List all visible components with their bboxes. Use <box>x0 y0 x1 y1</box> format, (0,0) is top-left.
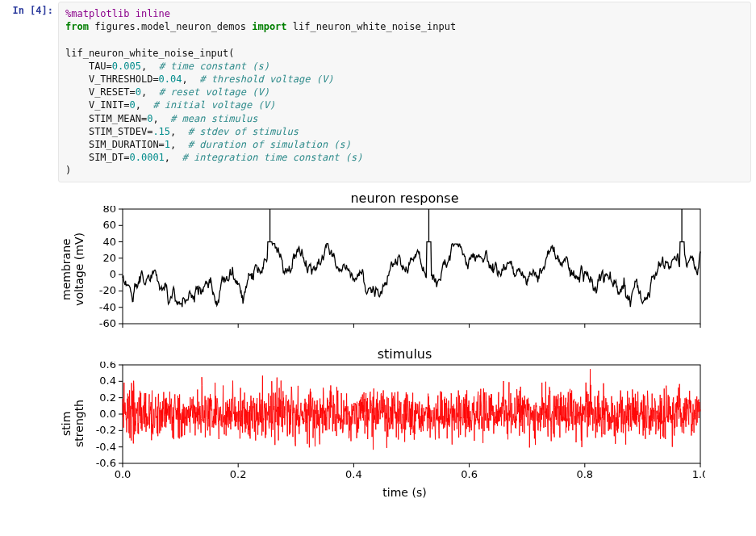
xlabel-bot: time (s) <box>58 486 751 499</box>
svg-text:60: 60 <box>102 220 116 232</box>
arg-vres-k: V_RESET= <box>89 86 136 98</box>
arg-sdt-v: 0.0001 <box>129 152 164 163</box>
arg-sdur-v: 1 <box>165 139 170 150</box>
svg-text:0.4: 0.4 <box>99 375 116 387</box>
arg-vini-v: 0 <box>129 99 135 111</box>
svg-text:0.4: 0.4 <box>345 468 362 480</box>
arg-sdt-c: # integration time constant (s) <box>182 152 363 163</box>
code-magic: %matplotlib inline <box>65 8 170 19</box>
chart-neuron-response: neuron response membranevoltage (mV) -60… <box>58 191 751 332</box>
code-module: figures.model_neuron_demos <box>94 21 246 32</box>
arg-vini-c: # initial voltage (V) <box>152 99 275 111</box>
svg-text:40: 40 <box>102 236 116 248</box>
svg-text:20: 20 <box>102 252 116 264</box>
chart-stimulus: stimulus stimstrength -0.6-0.4-0.20.00.2… <box>58 346 751 499</box>
arg-sstd-k: STIM_STDEV= <box>89 126 152 137</box>
axes-bot: -0.6-0.4-0.20.00.20.40.60.00.20.40.60.81… <box>76 362 705 484</box>
chart-title-bot: stimulus <box>58 346 751 362</box>
arg-sstd-v: .15 <box>152 126 170 137</box>
arg-vthr-k: V_THRESHOLD= <box>89 73 159 85</box>
chart-title-top: neuron response <box>58 191 751 206</box>
svg-text:0.0: 0.0 <box>99 408 116 420</box>
arg-sdur-k: SIM_DURATION= <box>89 139 165 150</box>
svg-text:0.2: 0.2 <box>230 468 247 480</box>
arg-tau-c: # time constant (s) <box>159 61 269 72</box>
code-cell: In [4]: %matplotlib inline from figures.… <box>0 0 756 182</box>
svg-text:-20: -20 <box>99 285 116 297</box>
kw-import: import <box>252 21 286 32</box>
output-area: neuron response membranevoltage (mV) -60… <box>0 191 756 499</box>
svg-rect-0 <box>123 209 700 324</box>
code-fn-import: lif_neuron_white_noise_input <box>293 21 456 32</box>
svg-text:0.8: 0.8 <box>576 468 593 480</box>
svg-text:0.6: 0.6 <box>99 362 116 371</box>
kw-from: from <box>65 21 89 32</box>
arg-smean-v: 0 <box>147 113 152 124</box>
arg-vthr-v: 0.04 <box>159 73 182 85</box>
svg-text:-0.2: -0.2 <box>96 425 116 437</box>
arg-tau-v: 0.005 <box>112 61 141 72</box>
arg-sdur-c: # duration of simulation (s) <box>188 139 351 150</box>
ylabel-bot: stimstrength <box>58 400 76 447</box>
svg-text:0.6: 0.6 <box>461 468 478 480</box>
axes-top: -60-40-20020406080 <box>76 206 705 332</box>
code-fn-call: lif_neuron_white_noise_input( <box>65 48 235 59</box>
svg-text:-0.4: -0.4 <box>96 441 116 453</box>
svg-text:0.0: 0.0 <box>115 468 132 480</box>
arg-sdt-k: SIM_DT= <box>89 152 130 163</box>
svg-text:0: 0 <box>110 269 116 281</box>
arg-sstd-c: # stdev of stimulus <box>188 126 299 137</box>
arg-smean-c: # mean stimulus <box>170 113 257 124</box>
svg-text:-60: -60 <box>99 317 116 329</box>
svg-text:-40: -40 <box>99 301 116 313</box>
arg-vthr-c: # threshold voltage (V) <box>199 73 333 85</box>
arg-vres-c: # reset voltage (V) <box>159 86 269 98</box>
prompt-label: In [4]: <box>12 5 53 16</box>
ylabel-top: membranevoltage (mV) <box>58 232 76 306</box>
code-close: ) <box>65 165 71 176</box>
cell-prompt: In [4]: <box>0 2 58 16</box>
arg-vini-k: V_INIT= <box>89 99 130 111</box>
svg-text:80: 80 <box>102 206 116 215</box>
svg-text:-0.6: -0.6 <box>96 457 116 469</box>
arg-tau-k: TAU= <box>89 61 112 72</box>
arg-smean-k: STIM_MEAN= <box>89 113 147 124</box>
code-input[interactable]: %matplotlib inline from figures.model_ne… <box>58 2 751 182</box>
arg-vres-v: 0 <box>136 86 141 98</box>
svg-text:1.0: 1.0 <box>692 468 705 480</box>
svg-text:0.2: 0.2 <box>99 392 116 404</box>
